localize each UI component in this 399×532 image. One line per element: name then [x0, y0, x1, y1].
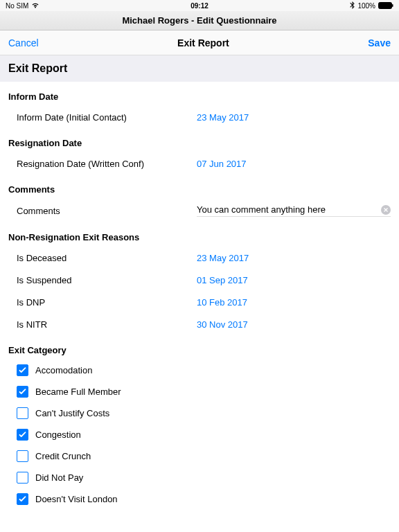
page-title: Exit Report — [0, 55, 399, 82]
exit-category-row-1[interactable]: Became Full Member — [0, 381, 399, 402]
exit-category-row-3[interactable]: Congestion — [0, 424, 399, 445]
checkbox-label: Did Not Pay — [35, 472, 83, 483]
svg-rect-1 — [392, 4, 393, 7]
non-resignation-label: Is Deceased — [17, 253, 197, 263]
group-resignation-date-label: Resignation Date — [0, 128, 399, 152]
checkbox[interactable] — [17, 364, 28, 376]
nav-bar: Cancel Exit Report Save — [0, 30, 399, 55]
row-comments: Comments — [0, 199, 399, 222]
row-resignation-date[interactable]: Resignation Date (Written Conf) 07 Jun 2… — [0, 152, 399, 175]
checkbox[interactable] — [17, 493, 28, 505]
non-resignation-label: Is DNP — [17, 297, 197, 308]
checkbox-label: Accomodation — [35, 365, 92, 375]
carrier-text: No SIM — [6, 2, 28, 10]
row-non-resignation-1[interactable]: Is Suspended01 Sep 2017 — [0, 269, 399, 291]
nav-title: Exit Report — [177, 37, 229, 48]
checkbox-label: Credit Crunch — [35, 451, 91, 461]
inform-date-label: Inform Date (Initial Contact) — [17, 112, 197, 123]
inform-date-value: 23 May 2017 — [197, 112, 249, 123]
resignation-date-value: 07 Jun 2017 — [197, 159, 247, 169]
clear-comments-icon[interactable] — [381, 205, 391, 215]
non-resignation-value: 10 Feb 2017 — [197, 297, 247, 308]
row-non-resignation-3[interactable]: Is NITR30 Nov 2017 — [0, 313, 399, 335]
battery-icon — [378, 2, 393, 9]
resignation-date-label: Resignation Date (Written Conf) — [17, 159, 197, 169]
status-time: 09:12 — [190, 2, 209, 10]
checkbox[interactable] — [17, 429, 28, 441]
group-non-resignation-label: Non-Resignation Exit Reasons — [0, 222, 399, 247]
exit-category-row-2[interactable]: Can't Justify Costs — [0, 402, 399, 424]
non-resignation-value: 30 Nov 2017 — [197, 319, 248, 330]
exit-category-row-5[interactable]: Did Not Pay — [0, 467, 399, 488]
group-comments-label: Comments — [0, 175, 399, 199]
non-resignation-label: Is Suspended — [17, 275, 197, 285]
battery-percent: 100% — [357, 2, 375, 10]
checkbox-label: Can't Justify Costs — [35, 408, 109, 418]
status-bar: No SIM 09:12 100% — [0, 0, 399, 11]
checkbox-label: Congestion — [35, 429, 81, 440]
wifi-icon — [31, 2, 39, 10]
row-non-resignation-2[interactable]: Is DNP10 Feb 2017 — [0, 291, 399, 313]
row-inform-date[interactable]: Inform Date (Initial Contact) 23 May 201… — [0, 106, 399, 128]
group-inform-date-label: Inform Date — [0, 82, 399, 106]
svg-rect-0 — [379, 3, 392, 9]
group-exit-category-label: Exit Catgeory — [0, 335, 399, 360]
checkbox-label: Became Full Member — [35, 387, 121, 397]
comments-label: Comments — [17, 206, 197, 216]
row-non-resignation-0[interactable]: Is Deceased23 May 2017 — [0, 247, 399, 269]
window-title: Michael Rogers - Edit Questionnaire — [0, 11, 399, 30]
checkbox[interactable] — [17, 386, 28, 398]
cancel-button[interactable]: Cancel — [8, 37, 39, 48]
non-resignation-value: 23 May 2017 — [197, 253, 249, 263]
checkbox-label: Doesn't Visit London — [35, 494, 118, 504]
bluetooth-icon — [350, 1, 355, 10]
checkbox[interactable] — [17, 472, 28, 484]
exit-category-row-6[interactable]: Doesn't Visit London — [0, 488, 399, 510]
non-resignation-value: 01 Sep 2017 — [197, 275, 248, 285]
non-resignation-label: Is NITR — [17, 319, 197, 330]
exit-category-row-0[interactable]: Accomodation — [0, 360, 399, 381]
checkbox[interactable] — [17, 407, 28, 419]
checkbox[interactable] — [17, 450, 28, 462]
comments-input[interactable] — [197, 204, 381, 215]
exit-category-row-4[interactable]: Credit Crunch — [0, 445, 399, 467]
save-button[interactable]: Save — [368, 37, 391, 48]
